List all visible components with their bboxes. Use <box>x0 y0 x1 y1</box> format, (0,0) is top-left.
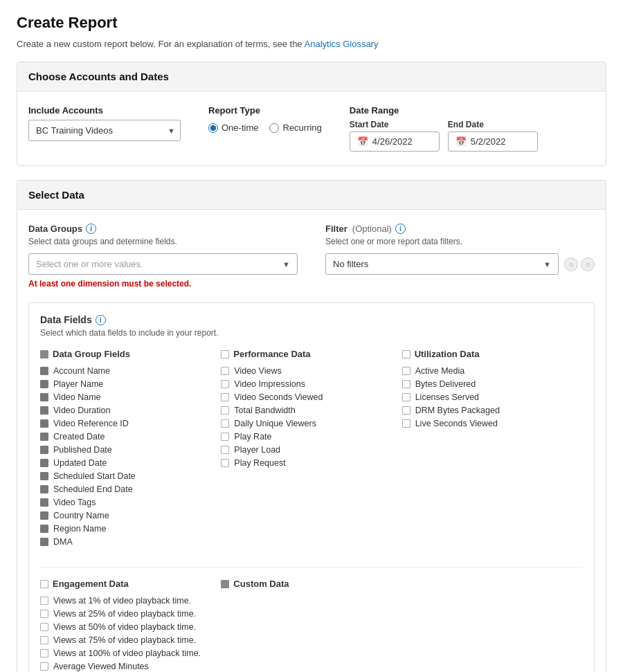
filter-dropdown[interactable]: No filters ▼ <box>325 253 559 275</box>
custom-data-col: Custom Data <box>221 579 401 672</box>
include-accounts-select[interactable]: BC Training Videos <box>28 120 181 141</box>
field-label: Video Reference ID <box>53 419 129 428</box>
field-label: Scheduled End Date <box>53 484 133 494</box>
field-item: Active Media <box>402 366 569 376</box>
field-checkbox[interactable] <box>221 380 229 388</box>
glossary-link[interactable]: Analytics Glossary <box>305 39 379 49</box>
field-checkbox[interactable] <box>221 406 229 415</box>
field-checkbox[interactable] <box>40 623 48 631</box>
filter-delete-icon[interactable]: ○ <box>581 257 595 271</box>
field-checkbox[interactable] <box>40 610 48 618</box>
select-data-header: Select Data <box>17 181 606 210</box>
field-checkbox[interactable] <box>40 459 48 467</box>
field-checkbox[interactable] <box>402 406 410 415</box>
engagement-data-col: Engagement Data Views at 1% of video pla… <box>40 579 221 672</box>
field-checkbox[interactable] <box>40 636 48 644</box>
end-date-label: End Date <box>448 120 538 129</box>
field-checkbox[interactable] <box>402 380 410 388</box>
field-checkbox[interactable] <box>40 367 48 375</box>
field-checkbox[interactable] <box>40 485 48 493</box>
field-checkbox[interactable] <box>40 419 48 428</box>
field-item: Scheduled Start Date <box>40 471 207 481</box>
field-checkbox[interactable] <box>40 662 48 671</box>
include-accounts-group: Include Accounts BC Training Videos ▼ <box>28 105 181 141</box>
field-label: Scheduled Start Date <box>53 471 136 481</box>
field-item: Video Impressions <box>221 379 388 389</box>
performance-list: Video ViewsVideo ImpressionsVideo Second… <box>221 366 388 468</box>
field-checkbox[interactable] <box>40 433 48 441</box>
start-date-wrapper: Start Date 📅 4/26/2022 <box>350 120 440 152</box>
performance-data-checkbox[interactable] <box>221 350 229 358</box>
one-time-option[interactable]: One-time <box>208 122 258 133</box>
utilization-data-header: Utilization Data <box>402 349 569 359</box>
field-checkbox[interactable] <box>40 511 48 520</box>
start-date-label: Start Date <box>350 120 440 129</box>
field-label: Licenses Served <box>415 392 479 402</box>
field-label: Play Request <box>234 458 285 468</box>
empty-col-3 <box>402 579 583 672</box>
page-title: Create Report <box>17 14 606 32</box>
field-checkbox[interactable] <box>40 498 48 507</box>
report-type-group: Report Type One-time Recurring <box>208 105 322 133</box>
include-accounts-label: Include Accounts <box>28 105 181 116</box>
recurring-option[interactable]: Recurring <box>269 122 321 133</box>
end-date-input[interactable]: 📅 5/2/2022 <box>448 131 538 152</box>
field-item: Created Date <box>40 432 207 442</box>
field-checkbox[interactable] <box>40 597 48 605</box>
field-label: Published Date <box>53 445 112 455</box>
field-item: DRM Bytes Packaged <box>402 406 569 415</box>
field-checkbox[interactable] <box>221 433 229 441</box>
data-groups-dropdown[interactable]: Select one or more values. ▼ <box>28 253 298 275</box>
field-checkbox[interactable] <box>40 446 48 454</box>
field-checkbox[interactable] <box>221 459 229 467</box>
data-groups-filter-row: Data Groups i Select data groups and det… <box>28 224 595 289</box>
field-checkbox[interactable] <box>40 393 48 401</box>
recurring-radio[interactable] <box>269 123 279 133</box>
field-checkbox[interactable] <box>40 525 48 533</box>
field-label: Views at 25% of video playback time. <box>53 609 196 619</box>
field-checkbox[interactable] <box>221 367 229 375</box>
custom-data-checkbox[interactable] <box>221 580 229 588</box>
date-range-label: Date Range <box>350 105 538 116</box>
field-label: Updated Date <box>53 458 107 468</box>
field-checkbox[interactable] <box>40 406 48 415</box>
one-time-label: One-time <box>222 122 258 133</box>
filter-col: Filter (Optional) i Select one or more r… <box>325 224 595 289</box>
field-item: Video Tags <box>40 498 207 507</box>
engagement-data-checkbox[interactable] <box>40 580 48 588</box>
data-group-fields-checkbox[interactable] <box>40 350 48 358</box>
filter-arrow: ▼ <box>543 260 551 269</box>
select-data-section: Select Data Data Groups i Select data gr… <box>17 180 606 672</box>
field-checkbox[interactable] <box>40 380 48 388</box>
field-checkbox[interactable] <box>40 649 48 657</box>
field-item: Views at 75% of video playback time. <box>40 635 207 645</box>
data-fields-title: Data Fields i <box>40 314 583 325</box>
utilization-data-checkbox[interactable] <box>402 350 410 358</box>
filter-sublabel: Select one or more report data filters. <box>325 237 595 246</box>
field-checkbox[interactable] <box>402 367 410 375</box>
filter-info-icon[interactable]: i <box>395 224 406 234</box>
start-date-input[interactable]: 📅 4/26/2022 <box>350 131 440 152</box>
field-label: Bytes Delivered <box>415 379 476 389</box>
data-group-fields-col: Data Group Fields Account NamePlayer Nam… <box>40 349 221 550</box>
field-item: Country Name <box>40 511 207 520</box>
one-time-radio[interactable] <box>208 123 218 133</box>
include-accounts-select-wrapper: BC Training Videos ▼ <box>28 120 181 141</box>
field-checkbox[interactable] <box>402 419 410 428</box>
field-checkbox[interactable] <box>402 393 410 401</box>
field-label: Video Duration <box>53 406 110 415</box>
field-checkbox[interactable] <box>221 419 229 428</box>
data-groups-info-icon[interactable]: i <box>86 224 96 234</box>
field-item: Views at 100% of video playback time. <box>40 648 207 658</box>
filter-edit-icon[interactable]: ○ <box>564 257 578 271</box>
data-fields-info-icon[interactable]: i <box>96 315 106 325</box>
field-item: Bytes Delivered <box>402 379 569 389</box>
accounts-dates-header: Choose Accounts and Dates <box>17 62 606 91</box>
field-checkbox[interactable] <box>221 393 229 401</box>
field-checkbox[interactable] <box>40 472 48 480</box>
date-range-group: Date Range Start Date 📅 4/26/2022 End Da… <box>350 105 538 152</box>
field-checkbox[interactable] <box>221 446 229 454</box>
field-item: Updated Date <box>40 458 207 468</box>
field-checkbox[interactable] <box>40 538 48 546</box>
field-label: Views at 50% of video playback time. <box>53 622 196 632</box>
